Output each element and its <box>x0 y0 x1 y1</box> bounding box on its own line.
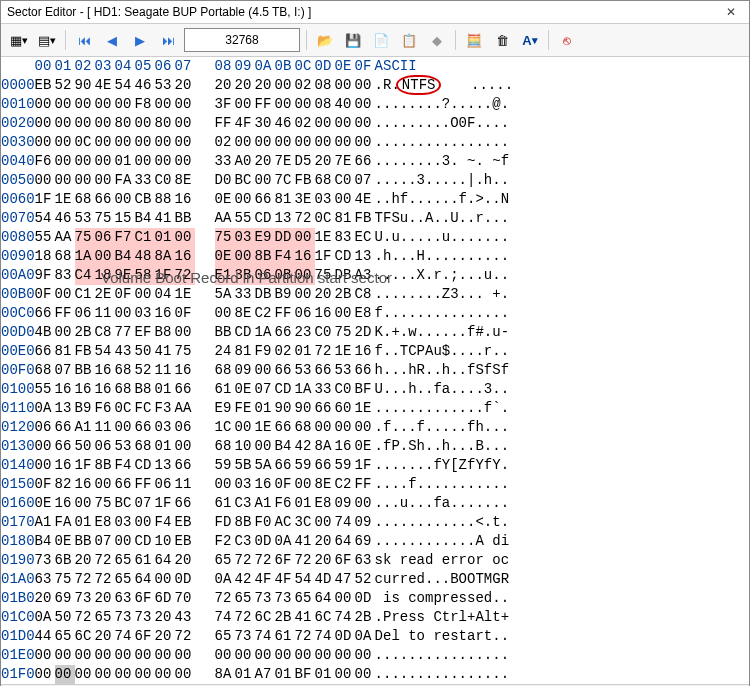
hex-row[interactable]: 00D04B002BC877EFB800BBCD1A6623C0752DK.+.… <box>1 323 513 342</box>
sector-editor-window: Sector Editor - [ HD1: Seagate BUP Porta… <box>0 0 750 686</box>
exit-icon[interactable]: ⎋ <box>555 28 579 52</box>
hex-row[interactable]: 0190736B2072656164206572726F72206F63sk r… <box>1 551 513 570</box>
hex-row[interactable]: 01A0637572726564000D0A424F4F544D4752curr… <box>1 570 513 589</box>
calc-icon[interactable]: 🧮 <box>462 28 486 52</box>
view1-dropdown[interactable]: ▦▾ <box>7 28 31 52</box>
hex-row[interactable]: 005000000000FA33C08ED0BC007CFB68C007....… <box>1 171 513 190</box>
hex-row[interactable]: 0000EB52904E544653202020200002080000.R.N… <box>1 76 513 95</box>
hex-row[interactable]: 01C00A5072657373204374726C2B416C742B.Pre… <box>1 608 513 627</box>
hex-row[interactable]: 00E06681FB54435041752481F90201721E16f..T… <box>1 342 513 361</box>
hex-row[interactable]: 00100000000000F800003F00FF0000084000....… <box>1 95 513 114</box>
hex-row[interactable]: 01300066500653680100681000B4428A160E.fP.… <box>1 437 513 456</box>
hex-row[interactable]: 01E000000000000000000000000000000000....… <box>1 646 513 665</box>
hex-row[interactable]: 01600E160075BC071F6661C3A1F601E80900...u… <box>1 494 513 513</box>
hex-row[interactable]: 0180B40EBB0700CD10EBF2C30D0A41206469....… <box>1 532 513 551</box>
hex-view[interactable]: 000102030405060708090A0B0C0D0E0FASCII000… <box>1 57 749 684</box>
hex-row[interactable]: 00601F1E686600CB88160E0066813E03004E..hf… <box>1 190 513 209</box>
hex-row[interactable]: 01005516161668B80166610E07CD1A33C0BFU...… <box>1 380 513 399</box>
hex-row[interactable]: 01100A13B9F60CFCF3AAE9FE01909066601E....… <box>1 399 513 418</box>
next-button[interactable]: ▶ <box>128 28 152 52</box>
hex-row[interactable]: 00705446537515B441BBAA55CD13720C81FBTFSu… <box>1 209 513 228</box>
font-icon[interactable]: A▾ <box>518 28 542 52</box>
view2-dropdown[interactable]: ▤▾ <box>35 28 59 52</box>
hex-row[interactable]: 01F000000000000000008A01A701BF010000....… <box>1 665 513 684</box>
hex-row[interactable]: 00C066FF06110003160F008EC2FF061600E8f...… <box>1 304 513 323</box>
hex-row[interactable]: 01200666A111006603061C001E6668000000.f..… <box>1 418 513 437</box>
copy-icon[interactable]: 📄 <box>369 28 393 52</box>
paste-icon[interactable]: 📋 <box>397 28 421 52</box>
sector-input[interactable] <box>184 28 300 52</box>
last-button[interactable]: ⏭ <box>156 28 180 52</box>
content-wrap: 000102030405060708090A0B0C0D0E0FASCII000… <box>1 57 749 684</box>
filter-icon[interactable]: 🗑 <box>490 28 514 52</box>
hex-row[interactable]: 00A09F83C4189E581F72E13B060B0075DBA3....… <box>1 266 513 285</box>
hex-row[interactable]: 003000000C00000000000200000000000000....… <box>1 133 513 152</box>
hex-row[interactable]: 00F06807BB16685211166809006653665366h...… <box>1 361 513 380</box>
hex-row[interactable]: 014000161F8BF4CD1366595B5A665966591F....… <box>1 456 513 475</box>
tag-icon[interactable]: ◆ <box>425 28 449 52</box>
hex-row[interactable]: 00B00F00C12E0F00041E5A33DBB900202BC8....… <box>1 285 513 304</box>
hex-row[interactable]: 009018681A00B4488A160E008BF4161FCD13.h..… <box>1 247 513 266</box>
hex-row[interactable]: 00200000000080008000FF4F304602000000....… <box>1 114 513 133</box>
save-icon[interactable]: 💾 <box>341 28 365 52</box>
open-icon[interactable]: 📂 <box>313 28 337 52</box>
hex-row[interactable]: 01D044656C20746F20726573746172740D0ADel … <box>1 627 513 646</box>
hex-row[interactable]: 0040F60000000100000033A0207ED5207E66....… <box>1 152 513 171</box>
hex-row[interactable]: 008055AA7506F7C101007503E9DD001E83ECU.u.… <box>1 228 513 247</box>
toolbar: ▦▾ ▤▾ ⏮ ◀ ▶ ⏭ 📂 💾 📄 📋 ◆ 🧮 🗑 A▾ ⎋ <box>1 24 749 57</box>
hex-row[interactable]: 01B020697320636F6D70726573736564000D is … <box>1 589 513 608</box>
prev-button[interactable]: ◀ <box>100 28 124 52</box>
hex-row[interactable]: 01500F82160066FF06110003160F008EC2FF....… <box>1 475 513 494</box>
window-title: Sector Editor - [ HD1: Seagate BUP Porta… <box>7 5 719 19</box>
close-button[interactable]: ✕ <box>719 5 743 19</box>
hex-row[interactable]: 0170A1FA01E80300F4EBFD8BF0AC3C007409....… <box>1 513 513 532</box>
titlebar: Sector Editor - [ HD1: Seagate BUP Porta… <box>1 1 749 24</box>
first-button[interactable]: ⏮ <box>72 28 96 52</box>
